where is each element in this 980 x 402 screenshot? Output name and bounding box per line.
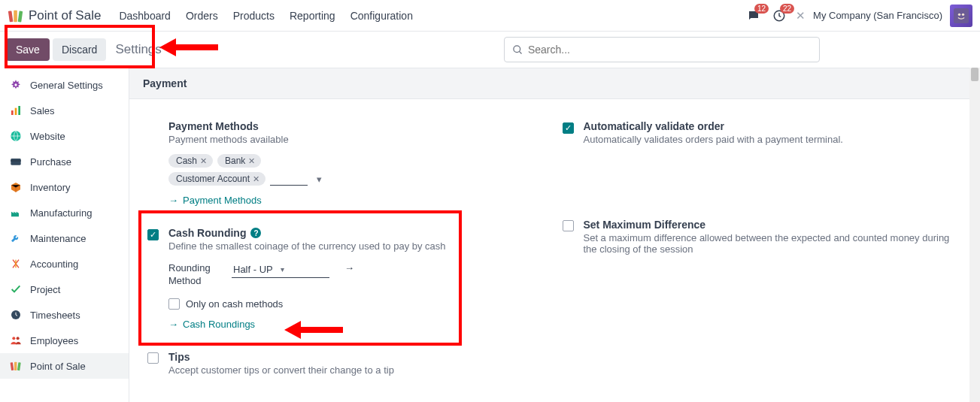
svg-rect-16 <box>11 160 20 162</box>
help-icon[interactable]: ? <box>250 228 261 238</box>
sidebar-item-label: General Settings <box>30 80 103 91</box>
sidebar-item-timesheets[interactable]: Timesheets <box>0 302 129 328</box>
tools-icon[interactable]: ✕ <box>796 9 806 23</box>
search-input[interactable] <box>528 44 812 56</box>
nav-reporting[interactable]: Reporting <box>282 5 343 26</box>
tag-customer-account[interactable]: Customer Account ✕ <box>168 172 265 186</box>
svg-point-6 <box>962 13 964 15</box>
sidebar-item-label: Maintenance <box>30 233 86 244</box>
setting-cash-rounding: Cash Rounding ? Define the smallest coin… <box>147 221 548 345</box>
sidebar-item-label: Inventory <box>30 182 70 193</box>
search-box[interactable] <box>504 37 820 62</box>
remove-icon[interactable]: ✕ <box>253 174 259 184</box>
books-icon <box>9 359 23 373</box>
nav-configuration[interactable]: Configuration <box>343 5 420 26</box>
breadcrumb: Settings <box>115 42 161 57</box>
svg-rect-21 <box>14 362 17 370</box>
sidebar-item-purchase[interactable]: Purchase <box>0 149 129 174</box>
factory-icon <box>9 206 23 219</box>
link-payment-methods[interactable]: → Payment Methods <box>168 195 262 206</box>
activities-icon[interactable]: 22 <box>770 7 788 25</box>
messages-badge: 12 <box>754 4 769 14</box>
nav-right: 12 22 ✕ My Company (San Francisco) <box>745 5 972 27</box>
discard-button[interactable]: Discard <box>53 38 106 61</box>
svg-point-19 <box>17 337 20 340</box>
setting-tips: Tips Accept customer tips or convert the… <box>147 345 548 391</box>
setting-title: Automatically validate order <box>584 120 963 132</box>
checkbox-auto-validate[interactable] <box>563 122 574 134</box>
app-title: Point of Sale <box>29 8 101 23</box>
body: General Settings Sales Website Purchase … <box>0 68 980 402</box>
remove-icon[interactable]: ✕ <box>248 156 255 166</box>
remove-icon[interactable]: ✕ <box>200 156 207 166</box>
sidebar-item-label: Website <box>30 131 65 142</box>
section-header-payment: Payment <box>129 68 980 99</box>
company-selector[interactable]: My Company (San Francisco) <box>813 10 942 21</box>
sidebar-item-label: Point of Sale <box>30 361 86 372</box>
setting-max-difference: Set Maximum Difference Set a maximum dif… <box>563 213 963 270</box>
checkbox-max-difference[interactable] <box>563 220 574 231</box>
messages-icon[interactable]: 12 <box>745 7 763 25</box>
sidebar-item-inventory[interactable]: Inventory <box>0 174 129 200</box>
check-icon <box>9 283 23 296</box>
tag-bank[interactable]: Bank ✕ <box>217 154 261 168</box>
svg-rect-15 <box>11 159 20 165</box>
svg-rect-12 <box>15 108 17 115</box>
external-link-icon[interactable]: → <box>344 262 354 274</box>
sidebar-item-project[interactable]: Project <box>0 277 129 302</box>
nav-products[interactable]: Products <box>226 5 282 26</box>
field-label-rounding-method: Rounding Method <box>168 262 221 288</box>
tag-cash[interactable]: Cash ✕ <box>168 154 213 168</box>
settings-left-column: Payment Methods Payment methods availabl… <box>140 114 555 391</box>
actions-row: Save Discard Settings <box>0 32 980 68</box>
setting-auto-validate: Automatically validate order Automatical… <box>563 114 963 160</box>
scrollbar[interactable] <box>969 68 980 402</box>
sidebar-item-website[interactable]: Website <box>0 123 129 149</box>
money-icon <box>9 257 23 271</box>
arrow-right-icon: → <box>168 195 178 206</box>
setting-desc: Accept customer tips or convert their ch… <box>168 364 548 376</box>
sidebar-item-manufacturing[interactable]: Manufacturing <box>0 200 129 225</box>
chart-bar-icon <box>9 104 23 117</box>
tags-input[interactable] <box>270 172 308 186</box>
save-button[interactable]: Save <box>6 38 50 61</box>
sidebar-item-label: Employees <box>30 335 78 346</box>
setting-title: Tips <box>168 351 548 363</box>
checkbox-cash-rounding[interactable] <box>147 229 159 240</box>
link-cash-roundings[interactable]: → Cash Roundings <box>168 319 255 330</box>
brand-icon <box>8 8 24 24</box>
wrench-icon <box>9 231 23 245</box>
select-rounding-method[interactable]: Half - UP ▾ <box>232 262 329 278</box>
main-content: Payment Payment Methods Payment methods … <box>129 68 980 402</box>
people-icon <box>9 334 23 347</box>
chevron-down-icon[interactable]: ▾ <box>312 174 326 185</box>
settings-right-column: Automatically validate order Automatical… <box>555 114 970 391</box>
top-nav: Point of Sale Dashboard Orders Products … <box>0 0 980 32</box>
svg-point-7 <box>514 45 520 52</box>
label-only-cash: Only on cash methods <box>186 298 283 310</box>
svg-rect-22 <box>17 362 21 370</box>
chevron-down-icon[interactable]: ▾ <box>281 265 328 274</box>
user-avatar[interactable] <box>950 5 972 27</box>
checkbox-tips[interactable] <box>147 352 159 364</box>
nav-orders[interactable]: Orders <box>178 5 226 26</box>
sidebar-item-accounting[interactable]: Accounting <box>0 251 129 277</box>
checkbox-only-cash[interactable] <box>168 298 180 310</box>
sidebar-item-label: Sales <box>30 105 55 116</box>
sidebar-item-general[interactable]: General Settings <box>0 72 129 98</box>
settings-sidebar: General Settings Sales Website Purchase … <box>0 68 129 402</box>
svg-rect-13 <box>18 106 20 115</box>
sidebar-item-label: Accounting <box>30 258 78 270</box>
svg-rect-1 <box>14 10 17 22</box>
svg-point-10 <box>14 83 17 86</box>
arrow-right-icon: → <box>168 319 178 330</box>
nav-dashboard[interactable]: Dashboard <box>111 5 178 26</box>
setting-desc: Automatically validates orders paid with… <box>584 134 963 145</box>
sidebar-item-employees[interactable]: Employees <box>0 328 129 353</box>
setting-desc: Define the smallest coinage of the curre… <box>168 240 548 252</box>
sidebar-item-sales[interactable]: Sales <box>0 98 129 123</box>
credit-card-icon <box>9 155 23 168</box>
sidebar-item-maintenance[interactable]: Maintenance <box>0 225 129 251</box>
sidebar-item-pos[interactable]: Point of Sale <box>0 353 129 379</box>
svg-line-8 <box>519 51 521 53</box>
